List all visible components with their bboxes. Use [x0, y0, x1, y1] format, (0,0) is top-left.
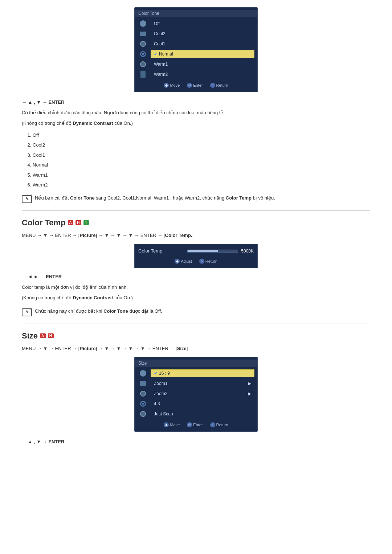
osd-item-cool2[interactable]: Cool2 [151, 30, 254, 38]
color-tone-list: Off Cool2 Cool1 Normal Warm1 Warm2 [33, 132, 370, 189]
footer-return2-label: Return [205, 259, 217, 263]
size-row-4: 4:3 [135, 399, 257, 409]
list-item-3: Cool1 [33, 152, 370, 159]
picture-bold-1: Picture [80, 233, 96, 238]
footer-move-label: Move [170, 83, 180, 87]
size-row-5: Just Scan [135, 409, 257, 419]
s-dot2-icon [140, 411, 146, 417]
size-icon-2 [138, 379, 148, 388]
osd-item-warm1[interactable]: Warm1 [151, 60, 254, 68]
colortemp-value: 5000K [241, 249, 254, 254]
zoom1-label: Zoom1 [154, 381, 167, 386]
size-footer-enter-label: Enter [193, 423, 203, 427]
note-box-1: ✎ Nếu bạn cài đặt Color Tone sang Cool2,… [22, 194, 370, 203]
dot2-icon [140, 61, 146, 67]
icon-col2 [138, 29, 148, 38]
note-icon-2: ✎ [22, 308, 32, 316]
size-row-1: ✔16 : 9 [135, 368, 257, 378]
osd-item-normal[interactable]: ✔Normal [151, 50, 254, 58]
size-footer-move-label: Move [170, 423, 180, 427]
size-icon-4 [138, 399, 148, 408]
footer-adjust-label: Adjust [181, 259, 192, 263]
colortemp-footer: ◆ Adjust ○ Return [138, 257, 254, 266]
return2-icon: ○ [199, 259, 204, 264]
osd-row-icons: Off [135, 19, 257, 29]
osd-row-cool2: Cool2 [135, 29, 257, 39]
size-icon-3 [138, 389, 148, 398]
osd-item-warm2[interactable]: Warm2 [151, 70, 254, 78]
list-item-1: Off [33, 132, 370, 139]
color-tone-bold: Color Tone [70, 195, 95, 201]
circle-icon [140, 20, 146, 27]
s-gear-icon [140, 401, 146, 407]
nav-arrows-1: → ▲ , ▼ → ENTER [22, 99, 64, 105]
list-item-4: Normal [33, 161, 370, 169]
size-item-zoom1[interactable]: Zoom1 ▶ [151, 379, 254, 387]
badge-a-2: A [40, 333, 46, 338]
colortemp-bar [187, 250, 238, 253]
size-footer-return-label: Return [216, 423, 228, 427]
badge-t-1: T [83, 220, 89, 225]
colortemp-desc2: (Không có trong chế độ Dynamic Contrast … [22, 294, 370, 302]
size-icon-5 [138, 410, 148, 418]
color-tone-bold2: Color Tone [103, 308, 128, 314]
footer-move: ◆ Move [164, 83, 180, 88]
nav-text-3: → ▲ , ▼ → ENTER [22, 439, 370, 444]
desc-text-2: (Không có trong chế độ Dynamic Contrast … [22, 120, 370, 127]
icon-col6 [138, 70, 148, 79]
divider-2 [22, 324, 370, 324]
colortemp-bold: Color Temp. [165, 233, 192, 238]
note-box-2: ✎ Chức năng này chỉ được bật khi Color T… [22, 308, 370, 316]
size-item-zoom2[interactable]: Zoom2 ▶ [151, 390, 254, 398]
size-item-43[interactable]: 4:3 [151, 400, 254, 408]
size-icon-1 [138, 369, 148, 378]
colortemp-panel: Color Temp. 5000K ◆ Adjust ○ Return [134, 244, 258, 268]
icon-col3 [138, 40, 148, 48]
footer-return-label: Return [216, 83, 228, 87]
zoom1-arrow: ▶ [248, 381, 251, 386]
size-panel: Size ✔16 : 9 Zoom1 ▶ Zoom2 ▶ 4:3 [134, 357, 258, 432]
adjust-icon: ◆ [175, 259, 180, 264]
osd-item-off[interactable]: Off [151, 20, 254, 28]
icon-col5 [138, 60, 148, 69]
badge-h-1: H [75, 220, 81, 225]
list-item-6: Warm2 [33, 181, 370, 189]
nav-text-1: → ▲ , ▼ → ENTER [22, 99, 370, 105]
s-dot-icon [140, 391, 146, 397]
osd-row-warm1: Warm1 [135, 59, 257, 69]
size-item-169[interactable]: ✔16 : 9 [151, 369, 254, 377]
osd-footer: ◆ Move ⏎ Enter ○ Return [135, 81, 257, 90]
note-text-1: Nếu bạn cài đặt Color Tone sang Cool2, C… [35, 194, 275, 202]
size-footer-enter: ⏎ Enter [187, 422, 203, 427]
footer-return: ○ Return [210, 83, 228, 88]
osd-item-cool1[interactable]: Cool1 [151, 40, 254, 48]
size-row-2: Zoom1 ▶ [135, 378, 257, 389]
move-icon: ◆ [164, 83, 169, 88]
colortemp-row: Color Temp. 5000K [138, 246, 254, 255]
gear-icon [140, 51, 146, 57]
osd-row-normal: ✔Normal [135, 49, 257, 59]
color-tone-panel: Color Tone Off Cool2 Cool1 ✔Normal Warm1 [134, 7, 258, 92]
size-return-icon: ○ [210, 422, 215, 427]
icon-col4 [138, 50, 148, 58]
footer-enter: ⏎ Enter [187, 83, 203, 88]
badge-a-1: A [68, 220, 74, 225]
badge-h-2: H [48, 333, 54, 338]
size-move-icon: ◆ [164, 422, 169, 427]
size-panel-title: Size [135, 360, 257, 367]
nav-arrows-3: → ▲ , ▼ → ENTER [22, 439, 64, 444]
list-item-5: Warm1 [33, 172, 370, 179]
list-item-2: Cool2 [33, 141, 370, 149]
color-temp-header: Color Temp A H T [22, 218, 370, 227]
color-temp-title: Color Temp [22, 218, 66, 227]
size-footer-move: ◆ Move [164, 422, 180, 427]
size-item-justscan[interactable]: Just Scan [151, 410, 254, 418]
nav-text-2: → ◄ ► → ENTER [22, 274, 370, 279]
picture-bold-2: Picture [80, 346, 96, 351]
color-temp-bold: Color Temp [226, 195, 252, 201]
size-title: Size [22, 331, 38, 341]
osd-row-cool1: Cool1 [135, 39, 257, 49]
osd-row-warm2: Warm2 [135, 69, 257, 79]
nav-arrows-2: → ◄ ► → ENTER [22, 274, 62, 279]
size-footer-return: ○ Return [210, 422, 228, 427]
